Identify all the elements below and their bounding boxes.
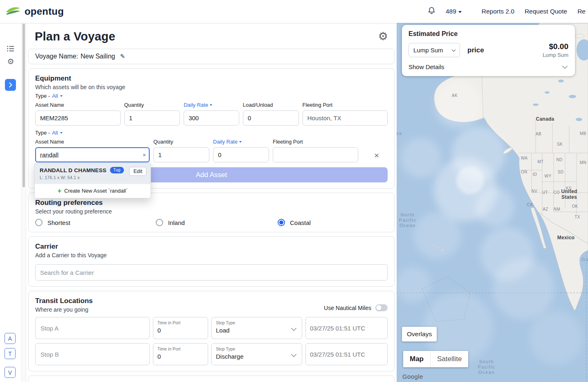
radio-icon[interactable]: [278, 219, 285, 226]
settings-gear-icon[interactable]: ⚙: [0, 58, 21, 65]
datetime-b[interactable]: 03/27/25 01:51 UTC: [305, 343, 388, 365]
price-mode-select[interactable]: Lump Sum: [408, 43, 460, 57]
asset-row-2: Asset Name × RANDALL D CHAMNESS Tug L: [35, 139, 388, 162]
overlays-button[interactable]: Overlays: [402, 327, 437, 342]
routing-option-shortest[interactable]: Shortest: [35, 219, 156, 226]
carrier-subtitle: Add a Carrier to this Voyage: [35, 252, 388, 258]
carrier-search-input[interactable]: [35, 264, 388, 281]
create-new-asset-option[interactable]: + Create New Asset `randall`: [35, 184, 150, 198]
plus-icon: +: [58, 188, 61, 194]
daily-rate-input-2[interactable]: [213, 147, 269, 162]
type-filter-row-2: Type - All: [35, 130, 388, 136]
stop-b-input[interactable]: [35, 343, 150, 365]
brand-logo[interactable]: opentug: [5, 5, 64, 18]
quantity-input-2[interactable]: [153, 147, 209, 162]
opentug-logo-icon: [5, 5, 21, 18]
daily-rate-label[interactable]: Daily Rate: [213, 139, 269, 145]
routing-option-inland[interactable]: Inland: [156, 219, 278, 226]
asset-suggestion-item[interactable]: RANDALL D CHAMNESS Tug L: 176.1 x W: 54.…: [35, 163, 150, 184]
chevron-down-icon: [239, 141, 242, 143]
fleeting-port-input-2[interactable]: [273, 147, 358, 162]
create-new-asset-label: Create New Asset `randall`: [64, 188, 128, 194]
asset-name-label: Asset Name: [35, 102, 121, 108]
radio-icon[interactable]: [35, 219, 43, 226]
daily-rate-label[interactable]: Daily Rate: [184, 102, 239, 108]
time-in-port-b[interactable]: Time in Port 0: [153, 343, 208, 365]
map-type-map-button[interactable]: Map: [403, 351, 430, 367]
load-unload-input-1[interactable]: [243, 110, 299, 126]
stop-row-b: Time in Port 0 Stop Type Discharge 03/27…: [35, 343, 388, 365]
suggestion-dimensions: L: 176.1 x W: 54.1 x: [40, 175, 146, 180]
quantity-label: Quantity: [153, 139, 209, 145]
sidebar-button-v[interactable]: V: [4, 367, 16, 378]
stop-row-a: Time in Port 0 Stop Type Load 03/27/25 0…: [35, 317, 388, 339]
scrollbar-thumb[interactable]: [22, 24, 25, 187]
equipment-subtitle: Which assets will be on this voyage: [35, 84, 388, 90]
type-all-link[interactable]: All: [52, 130, 58, 136]
map-type-satellite-button[interactable]: Satellite: [431, 351, 468, 367]
stop-a-input[interactable]: [35, 317, 150, 339]
nav-cutoff[interactable]: Re: [577, 8, 586, 15]
remove-row-icon[interactable]: ×: [374, 151, 379, 160]
equipment-title: Equipment: [35, 74, 388, 83]
carrier-card: Carrier Add a Carrier to this Voyage: [28, 236, 395, 287]
quantity-input-1[interactable]: [124, 110, 180, 126]
voyage-name-value: New Sailing: [81, 53, 115, 60]
estimated-price-title: Estimated Price: [408, 30, 568, 38]
top-navigation: 489 Reports 2.0 Request Quote Re: [428, 7, 586, 16]
transit-title: Transit Locations: [35, 297, 93, 305]
toggle-knob: [376, 305, 382, 310]
load-unload-label: Load/Unload: [243, 102, 299, 108]
nautical-miles-toggle[interactable]: [375, 304, 388, 311]
daily-rate-input-1[interactable]: [184, 110, 239, 126]
clear-input-icon[interactable]: ×: [143, 152, 146, 158]
voyage-settings-gear-icon[interactable]: ⚙: [378, 31, 388, 42]
asset-name-input-2[interactable]: [35, 147, 150, 162]
routing-preferences-card: Routing preferences Select your routing …: [28, 193, 395, 232]
sidebar-expand-button[interactable]: [5, 79, 16, 91]
stop-type-select-b[interactable]: Stop Type Discharge: [211, 343, 302, 365]
sidebar-button-t[interactable]: T: [4, 348, 16, 359]
price-label: price: [467, 46, 484, 54]
list-icon[interactable]: [0, 45, 21, 52]
routing-option-coastal[interactable]: Coastal: [278, 219, 311, 226]
voyage-name-card: Voyage Name: New Sailing ✎: [28, 49, 395, 64]
page-scrollbar[interactable]: [21, 23, 26, 382]
suggestion-asset-name: RANDALL D CHAMNESS: [40, 167, 106, 173]
notification-count-dropdown[interactable]: 489: [446, 8, 462, 15]
topbar: opentug 489 Reports 2.0 Request Quote Re: [0, 0, 588, 23]
price-amount-sub: Lump Sum: [543, 52, 568, 58]
routing-title: Routing preferences: [35, 199, 388, 207]
type-all-link[interactable]: All: [52, 93, 58, 99]
stop-type-select-a[interactable]: Stop Type Load: [211, 317, 302, 339]
edit-asset-button[interactable]: Edit: [129, 167, 146, 176]
chevron-down-icon: [210, 104, 212, 106]
time-in-port-a[interactable]: Time in Port 0: [153, 317, 208, 339]
radio-icon[interactable]: [156, 219, 163, 226]
fleeting-port-label: Fleeting Port: [303, 102, 388, 108]
tug-badge: Tug: [110, 167, 123, 173]
fleeting-port-label: Fleeting Port: [273, 139, 358, 145]
nav-request-quote[interactable]: Request Quote: [525, 8, 567, 15]
bell-icon[interactable]: [428, 7, 435, 16]
transit-subtitle: Where are you going: [35, 306, 93, 313]
price-amount: $0.00: [543, 42, 568, 51]
asset-suggestion-dropdown: RANDALL D CHAMNESS Tug L: 176.1 x W: 54.…: [34, 163, 151, 198]
datetime-a[interactable]: 03/27/25 01:51 UTC: [305, 317, 388, 339]
nav-reports[interactable]: Reports 2.0: [482, 8, 514, 15]
fleeting-port-input-1[interactable]: [303, 110, 388, 126]
chevron-down-icon: [458, 11, 462, 13]
edit-pencil-icon[interactable]: ✎: [120, 53, 125, 60]
asset-name-autocomplete: × RANDALL D CHAMNESS Tug L: 176.1 x W: 5…: [35, 147, 150, 162]
map-type-control: Map Satellite: [403, 351, 468, 367]
sidebar: ⚙ A T V: [0, 23, 21, 382]
show-details-toggle[interactable]: Show Details: [408, 63, 568, 70]
asset-name-label: Asset Name: [35, 139, 150, 145]
asset-name-input-1[interactable]: [35, 110, 121, 126]
sidebar-button-a[interactable]: A: [4, 333, 16, 344]
chevron-right-icon: [9, 82, 12, 88]
chevron-down-icon: [60, 132, 63, 134]
page-title: Plan a Voyage: [35, 30, 115, 43]
app-body: ⚙ A T V Plan a Voyage ⚙ Voyage Name: New…: [0, 23, 588, 382]
chevron-down-icon: [452, 47, 456, 52]
